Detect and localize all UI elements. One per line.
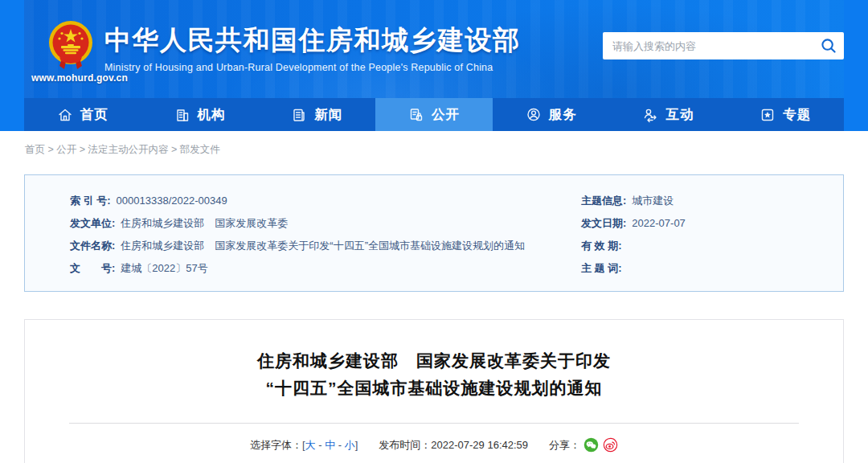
info-value: 建城〔2022〕57号	[121, 257, 207, 280]
article-title: 住房和城乡建设部 国家发展改革委关于印发 “十四五”全国城市基础设施建设规划的通…	[25, 347, 843, 402]
info-label: 文 号:	[70, 257, 115, 280]
info-row-issue-date: 发文日期: 2022-07-07	[581, 212, 835, 235]
nav-tab-label: 互动	[665, 106, 694, 124]
breadcrumb-separator: >	[45, 144, 56, 155]
star-square-icon	[760, 107, 776, 123]
site-title-en: Ministry of Housing and Urban-Rural Deve…	[104, 62, 521, 73]
search-box	[603, 32, 844, 59]
info-label: 有 效 期:	[581, 235, 622, 257]
info-label: 发文单位:	[70, 212, 115, 235]
nav-tab-topics[interactable]: 专题	[727, 98, 844, 131]
search-input[interactable]	[603, 40, 813, 52]
nav-tab-label: 首页	[80, 106, 108, 124]
info-row-document-name: 文件名称: 住房和城乡建设部 国家发展改革委关于印发“十四五”全国城市基础设施建…	[70, 235, 581, 257]
nav-tab-news[interactable]: 新闻	[258, 98, 375, 131]
nav-tab-label: 公开	[432, 106, 460, 124]
info-row-issuing-unit: 发文单位: 住房和城乡建设部 国家发展改革委	[70, 212, 581, 235]
weibo-icon[interactable]	[603, 437, 618, 453]
font-selector-label: 选择字体：	[250, 438, 302, 453]
article-box: 住房和城乡建设部 国家发展改革委关于印发 “十四五”全国城市基础设施建设规划的通…	[24, 319, 844, 463]
info-value: 住房和城乡建设部 国家发展改革委	[121, 212, 288, 235]
breadcrumb-separator: >	[76, 144, 88, 155]
nav-tab-disclosure[interactable]: 公开	[375, 98, 493, 131]
article-title-line1: 住房和城乡建设部 国家发展改革委关于印发	[25, 347, 843, 375]
home-icon	[57, 107, 73, 123]
national-emblem-logo	[48, 19, 93, 71]
search-icon	[821, 38, 837, 54]
info-label: 主题信息:	[581, 190, 626, 212]
title-divider	[69, 423, 799, 424]
nav-tab-label: 服务	[549, 106, 577, 124]
article-meta-row: 选择字体：[大 - 中 - 小] 发布时间：2022-07-29 16:42:5…	[25, 437, 843, 453]
nav-tab-orgs[interactable]: 机构	[141, 98, 259, 131]
publish-time-value: 2022-07-29 16:42:59	[431, 439, 528, 451]
search-button[interactable]	[813, 32, 844, 59]
breadcrumb-statutory-disclosure[interactable]: 法定主动公开内容	[88, 144, 169, 155]
font-size-small-link[interactable]: 小	[345, 438, 355, 453]
font-size-medium-link[interactable]: 中	[325, 438, 335, 453]
font-size-separator: -	[335, 439, 345, 451]
info-row-index-number: 索 引 号: 000013338/2022-00349	[70, 190, 581, 212]
site-header: www.mohurd.gov.cn 中华人民共和国住房和城乡建设部 Minist…	[24, 0, 844, 98]
site-title-cn: 中华人民共和国住房和城乡建设部	[104, 23, 521, 58]
info-label: 索 引 号:	[70, 190, 111, 212]
service-person-icon	[526, 107, 542, 123]
info-row-validity: 有 效 期:	[581, 235, 835, 257]
info-label: 发文日期:	[581, 212, 626, 235]
nav-tab-services[interactable]: 服务	[493, 98, 610, 131]
breadcrumb-disclosure[interactable]: 公开	[56, 144, 76, 155]
info-row-topic-info: 主题信息: 城市建设	[581, 190, 835, 212]
font-selector-close-bracket: ]	[355, 439, 358, 451]
breadcrumb-separator: >	[169, 144, 180, 155]
top-blue-zone: www.mohurd.gov.cn 中华人民共和国住房和城乡建设部 Minist…	[0, 0, 868, 131]
main-nav: 首页 机构 新闻 公开 服务	[24, 98, 844, 131]
info-value: 城市建设	[632, 190, 674, 212]
share-label: 分享：	[549, 438, 580, 453]
info-label: 文件名称:	[70, 235, 115, 257]
wechat-icon[interactable]	[583, 437, 599, 453]
info-row-keywords: 主 题 词:	[581, 257, 835, 280]
share-icons	[583, 437, 618, 453]
newspaper-icon	[291, 107, 307, 123]
document-info-box: 索 引 号: 000013338/2022-00349 发文单位: 住房和城乡建…	[24, 174, 844, 292]
breadcrumb-ministry-documents[interactable]: 部发文件	[180, 144, 220, 155]
info-label: 主 题 词:	[581, 257, 622, 280]
info-row-document-number: 文 号: 建城〔2022〕57号	[70, 257, 581, 280]
breadcrumb: 首页 > 公开 > 法定主动公开内容 > 部发文件	[23, 131, 845, 157]
nav-tab-interaction[interactable]: 互动	[610, 98, 727, 131]
font-size-large-link[interactable]: 大	[305, 438, 316, 453]
nav-tab-label: 专题	[783, 106, 811, 124]
nav-tab-label: 机构	[198, 106, 226, 124]
interaction-person-arrows-icon	[642, 107, 658, 123]
nav-tab-home[interactable]: 首页	[24, 98, 141, 131]
nav-tab-label: 新闻	[314, 106, 342, 124]
publish-time-label: 发布时间：	[379, 438, 431, 453]
info-value: 000013338/2022-00349	[117, 190, 227, 212]
documents-lock-icon	[408, 107, 424, 123]
article-title-line2: “十四五”全国城市基础设施建设规划的通知	[25, 375, 843, 402]
info-value: 住房和城乡建设部 国家发展改革委关于印发“十四五”全国城市基础设施建设规划的通知	[121, 235, 525, 257]
font-size-separator: -	[316, 439, 326, 451]
building-icon	[174, 107, 190, 123]
info-value: 2022-07-07	[632, 212, 686, 235]
breadcrumb-home[interactable]: 首页	[25, 144, 45, 155]
site-url: www.mohurd.gov.cn	[19, 72, 140, 84]
